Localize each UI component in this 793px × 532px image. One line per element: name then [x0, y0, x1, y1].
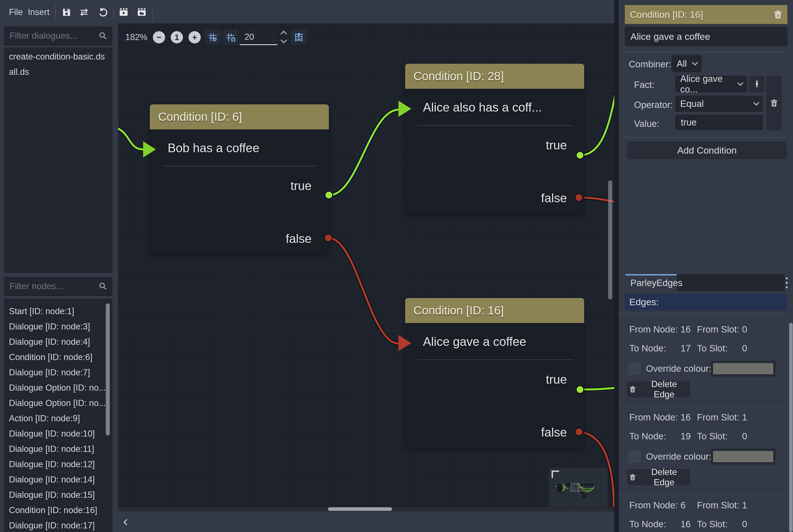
node-list-item[interactable]: Dialogue [ID: node:15]: [4, 487, 112, 502]
delete-edge-button[interactable]: Delete Edge: [627, 381, 690, 397]
delete-condition-button[interactable]: [766, 76, 782, 130]
slot-label-false: false: [541, 191, 567, 205]
node-body: Alice also has a coff... true false: [405, 89, 584, 214]
tab-parley-edges[interactable]: ParleyEdges: [625, 274, 677, 291]
output-port-false[interactable]: [575, 193, 583, 202]
node-list-item[interactable]: Dialogue [ID: node:7]: [4, 365, 112, 380]
toggle-minimap-button[interactable]: [291, 30, 307, 45]
edge-node16-true-out[interactable]: [580, 388, 614, 390]
node-list-item[interactable]: Dialogue Option [ID: no...: [4, 395, 112, 411]
node-list-item[interactable]: Dialogue [ID: node:14]: [4, 472, 112, 487]
remap-button[interactable]: [76, 4, 92, 20]
dialogue-list-item[interactable]: all.ds: [4, 64, 112, 80]
node-condition-text: Bob has a coffee: [168, 141, 259, 155]
dialogue-list-item[interactable]: create-condition-basic.ds: [4, 49, 112, 64]
node-list-item[interactable]: Action [ID: node:9]: [4, 411, 112, 426]
node-title[interactable]: Condition [ID: 6]: [150, 104, 329, 129]
output-port-true[interactable]: [576, 385, 584, 394]
override-colour-checkbox[interactable]: [628, 450, 641, 463]
trash-icon[interactable]: [773, 10, 783, 19]
edge-node6-true-to-node28[interactable]: [330, 110, 399, 195]
delete-edge-button[interactable]: Delete Edge: [627, 469, 690, 485]
node-list-item[interactable]: Dialogue [ID: node:17]: [4, 518, 112, 532]
from-node-value: 6: [681, 500, 697, 511]
canvas-horizontal-scrollbar-thumb[interactable]: [328, 507, 392, 511]
panel-menu-button[interactable]: [786, 278, 788, 291]
edit-fact-button[interactable]: [749, 76, 764, 92]
node-list-item[interactable]: Dialogue [ID: node:3]: [4, 319, 112, 334]
node-list-item[interactable]: Condition [ID: node:16]: [4, 502, 112, 518]
node-list-item[interactable]: Condition [ID: node:6]: [4, 349, 112, 365]
operator-label: Operator:: [634, 100, 673, 110]
value-input[interactable]: true: [675, 115, 763, 130]
trash-icon: [629, 473, 637, 481]
grid-snap-icon: [225, 32, 236, 43]
snap-step-input[interactable]: 20: [239, 30, 278, 45]
to-slot-label: To Slot:: [697, 343, 742, 354]
from-node-value: 16: [681, 412, 697, 423]
output-port-false[interactable]: [324, 234, 332, 242]
to-node-label: To Node:: [629, 343, 681, 354]
save-button[interactable]: [59, 4, 74, 20]
override-colour-row: Override colour:: [619, 446, 788, 468]
zoom-reset-button[interactable]: 1: [171, 31, 183, 43]
undo-button[interactable]: [95, 4, 111, 20]
output-port-true[interactable]: [325, 191, 333, 199]
output-port-true[interactable]: [576, 151, 584, 159]
condition-description-input[interactable]: Alice gave a coffee: [625, 27, 788, 46]
dialogues-filter-input[interactable]: Filter dialogues...: [4, 26, 112, 45]
toggle-grid-button[interactable]: [205, 30, 221, 45]
node-title[interactable]: Condition [ID: 16]: [405, 298, 584, 323]
node-list-item[interactable]: Start [ID: node:1]: [4, 304, 112, 319]
edges-list-scrollbar[interactable]: [789, 323, 793, 532]
to-slot-value: 0: [742, 519, 788, 530]
collapse-sidebar-button[interactable]: ‹: [121, 511, 130, 532]
override-colour-checkbox[interactable]: [628, 362, 641, 375]
to-node-value: 16: [681, 519, 697, 530]
graph-node-condition-6[interactable]: Condition [ID: 6] Bob has a coffee true …: [150, 104, 329, 254]
node-title[interactable]: Condition [ID: 28]: [405, 64, 584, 89]
parley-dialogue-editor: File Insert Filter dialogues... create-c…: [0, 0, 793, 532]
delete-edge-label: Delete Edge: [640, 379, 688, 400]
zoom-in-button[interactable]: +: [188, 31, 201, 43]
graph-canvas[interactable]: 182% − 1 + 20 Condition [ID: 6] Bob has …: [118, 23, 614, 511]
edge-into-node6[interactable]: [118, 129, 143, 149]
menu-insert[interactable]: Insert: [24, 0, 53, 24]
output-port-false[interactable]: [575, 428, 583, 436]
node-list-item[interactable]: Dialogue [ID: node:4]: [4, 334, 112, 349]
node-condition-text: Alice gave a coffee: [423, 335, 526, 349]
colour-picker[interactable]: [711, 361, 776, 377]
graph-node-condition-28[interactable]: Condition [ID: 28] Alice also has a coff…: [405, 64, 584, 214]
inspector-panel: Condition [ID: 16] Alice gave a coffee C…: [619, 0, 793, 532]
node-list-item[interactable]: Dialogue [ID: node:12]: [4, 457, 112, 472]
graph-node-condition-16[interactable]: Condition [ID: 16] Alice gave a coffee t…: [405, 298, 584, 448]
nodes-filter-placeholder: Filter nodes...: [4, 281, 98, 291]
edge-node28-true-out[interactable]: [580, 94, 614, 155]
snap-step-stepper[interactable]: [280, 30, 287, 44]
combiner-select[interactable]: All: [671, 55, 702, 72]
toolbar-separator: [152, 5, 152, 19]
edge-node6-false-to-node16[interactable]: [329, 238, 399, 344]
colour-picker[interactable]: [711, 449, 776, 465]
fact-value: Alice gave co...: [680, 74, 737, 95]
node-list-item[interactable]: Dialogue Option [ID: no...: [4, 380, 112, 395]
dialogues-list: create-condition-basic.dsall.ds: [4, 47, 112, 273]
to-node-value: 19: [681, 431, 697, 441]
snap-grid-button[interactable]: [222, 30, 239, 45]
node-list-item[interactable]: Dialogue [ID: node:10]: [4, 426, 112, 441]
add-condition-button[interactable]: Add Condition: [627, 141, 787, 159]
nodes-filter-input[interactable]: Filter nodes...: [4, 277, 112, 296]
operator-select[interactable]: Equal: [675, 96, 763, 112]
graph-minimap[interactable]: [549, 468, 607, 511]
canvas-vertical-scrollbar[interactable]: [608, 180, 612, 299]
open-dialogue-button[interactable]: [134, 4, 149, 20]
value-label: Value:: [634, 118, 659, 129]
zoom-out-button[interactable]: −: [153, 31, 165, 43]
fact-select[interactable]: Alice gave co...: [675, 76, 747, 92]
node-list-item[interactable]: Dialogue [ID: node:11]: [4, 441, 112, 457]
panel-divider[interactable]: [614, 0, 619, 532]
search-icon: [98, 281, 108, 291]
nodes-list-scrollbar[interactable]: [106, 303, 110, 435]
menu-file[interactable]: File: [5, 0, 27, 24]
test-dialogue-button[interactable]: [116, 4, 131, 20]
